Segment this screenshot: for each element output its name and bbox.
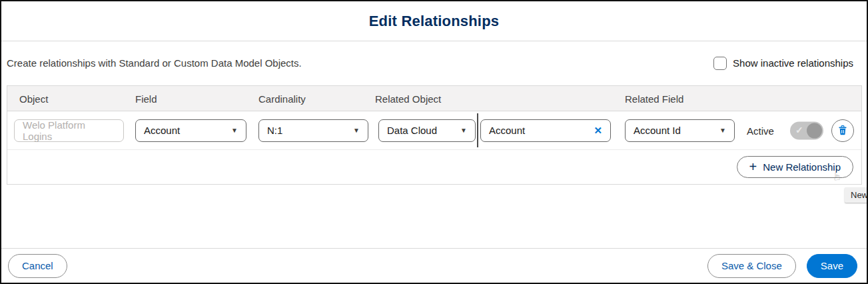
clear-icon[interactable]: ✕ xyxy=(594,125,602,137)
cancel-button[interactable]: Cancel xyxy=(8,254,67,278)
new-relationship-label: New Relationship xyxy=(763,161,841,173)
save-and-close-button[interactable]: Save & Close xyxy=(707,254,796,278)
modal-footer: Cancel Save & Close Save xyxy=(1,248,867,283)
description-bar: Create relationships with Standard or Cu… xyxy=(1,42,867,84)
description-text: Create relationships with Standard or Cu… xyxy=(7,57,302,69)
object-input-disabled[interactable]: Welo Platform Logins xyxy=(14,119,124,142)
field-dropdown[interactable]: Account ▼ xyxy=(135,119,246,142)
chevron-down-icon: ▼ xyxy=(231,127,238,134)
show-inactive-checkbox[interactable] xyxy=(713,57,727,70)
check-icon: ✓ xyxy=(795,124,803,135)
toggle-knob xyxy=(807,123,822,138)
chevron-down-icon: ▼ xyxy=(719,127,726,134)
trash-icon xyxy=(837,125,848,136)
cardinality-dropdown-value: N:1 xyxy=(267,125,282,136)
active-label: Active xyxy=(747,125,774,136)
relationships-table: Object Field Cardinality Related Object … xyxy=(7,85,862,185)
related-field-dropdown-value: Account Id xyxy=(634,125,681,136)
related-object-dropdown[interactable]: Data Cloud ▼ xyxy=(378,119,476,142)
column-header-related-field: Related Field xyxy=(625,93,683,104)
related-field-dropdown[interactable]: Account Id ▼ xyxy=(625,119,735,142)
plus-icon: + xyxy=(749,160,757,173)
field-dropdown-value: Account xyxy=(144,125,180,136)
active-toggle[interactable]: ✓ xyxy=(790,121,823,139)
modal-header: Edit Relationships xyxy=(1,1,867,41)
new-relationship-button[interactable]: + New Relationship xyxy=(737,156,853,178)
table-footer-row: + New Relationship xyxy=(7,150,861,184)
save-button[interactable]: Save xyxy=(807,254,857,278)
table-row: Welo Platform Logins Account ▼ N:1 ▼ Dat… xyxy=(7,111,861,150)
new-relationship-tooltip: New Relationship xyxy=(845,187,868,203)
page-title: Edit Relationships xyxy=(369,13,500,30)
tooltip-text: New Relationship xyxy=(851,190,868,200)
column-divider-line xyxy=(477,113,478,147)
footer-actions: Save & Close Save xyxy=(707,254,857,278)
column-header-cardinality: Cardinality xyxy=(258,93,306,104)
column-header-related-object: Related Object xyxy=(375,93,441,104)
related-object-search-value: Account xyxy=(489,125,525,136)
column-header-field: Field xyxy=(135,93,157,104)
cardinality-dropdown[interactable]: N:1 ▼ xyxy=(258,119,368,142)
edit-relationships-modal: Edit Relationships Create relationships … xyxy=(0,0,868,284)
related-object-search-input[interactable]: Account ✕ xyxy=(480,119,611,142)
show-inactive-checkbox-group[interactable]: Show inactive relationships xyxy=(713,57,853,70)
delete-relationship-button[interactable] xyxy=(831,119,854,142)
chevron-down-icon: ▼ xyxy=(460,127,467,134)
object-input-value: Welo Platform Logins xyxy=(23,119,115,142)
show-inactive-label: Show inactive relationships xyxy=(733,57,853,69)
table-header-row: Object Field Cardinality Related Object … xyxy=(7,86,861,111)
column-header-object: Object xyxy=(19,93,48,104)
related-object-dropdown-value: Data Cloud xyxy=(387,125,437,136)
chevron-down-icon: ▼ xyxy=(353,127,360,134)
